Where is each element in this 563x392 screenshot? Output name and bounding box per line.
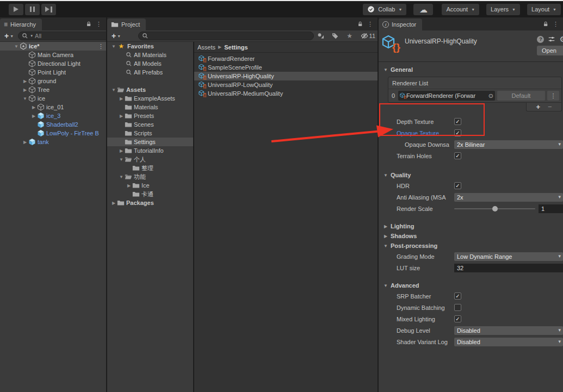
foldout-open-icon[interactable]: ▼: [118, 175, 125, 179]
scene-menu-icon[interactable]: ⋮: [98, 43, 104, 50]
panel-menu-icon[interactable]: ⋮: [551, 21, 560, 28]
presets-icon[interactable]: [548, 35, 555, 43]
hierarchy-item[interactable]: ▶tank: [0, 138, 106, 146]
tab-hierarchy[interactable]: ≡ Hierarchy: [0, 18, 42, 30]
section-shadows[interactable]: ▶ Shadows: [379, 231, 563, 241]
hierarchy-item[interactable]: ▶ice_01: [0, 103, 106, 111]
folder-row[interactable]: 整理: [107, 164, 193, 172]
layout-dropdown[interactable]: Layout ▼: [527, 4, 561, 15]
lock-icon[interactable]: [542, 21, 549, 27]
foldout-closed-icon[interactable]: ▶: [118, 148, 125, 153]
tab-project[interactable]: Project: [107, 18, 146, 30]
foldout-closed-icon[interactable]: ▶: [22, 79, 28, 84]
favorite-item[interactable]: All Prefabs: [107, 68, 193, 77]
search-by-type-icon[interactable]: [317, 32, 325, 40]
foldout-open-icon[interactable]: ▼: [110, 44, 117, 49]
add-renderer-button[interactable]: +: [536, 103, 540, 111]
folder-row[interactable]: ▼功能: [107, 172, 193, 181]
hierarchy-item[interactable]: ▶ground: [0, 77, 106, 85]
breadcrumb-current[interactable]: Settings: [224, 44, 248, 51]
panel-menu-icon[interactable]: ⋮: [94, 21, 103, 28]
favorites-root[interactable]: ▼★Favorites: [107, 42, 193, 51]
foldout-closed-icon[interactable]: ▶: [126, 183, 132, 188]
hierarchy-search-input[interactable]: [35, 33, 106, 39]
panel-divider[interactable]: [106, 17, 107, 392]
foldout-closed-icon[interactable]: ▶: [30, 105, 37, 110]
pause-button[interactable]: [25, 4, 40, 15]
section-quality[interactable]: ▼ Quality: [379, 170, 563, 180]
account-dropdown[interactable]: Account ▼: [442, 4, 479, 15]
folder-row[interactable]: Scripts: [107, 129, 193, 138]
hierarchy-item[interactable]: Shaderball2: [0, 120, 106, 129]
assets-root[interactable]: ▼Assets: [107, 85, 193, 94]
help-icon[interactable]: ?: [537, 36, 544, 43]
hdr-checkbox[interactable]: [454, 182, 461, 189]
slider-thumb[interactable]: [492, 206, 498, 211]
mixed-lighting-checkbox[interactable]: [454, 315, 461, 322]
foldout-closed-icon[interactable]: ▶: [22, 140, 28, 145]
hierarchy-item[interactable]: LowPoly - FirTree B: [0, 129, 106, 138]
section-advanced[interactable]: ▼ Advanced: [379, 281, 563, 290]
folder-row[interactable]: ▶ExampleAssets: [107, 94, 193, 103]
hierarchy-item[interactable]: Main Camera: [0, 51, 106, 59]
renderer-object-field[interactable]: ForwardRenderer (Forwar ⊙: [398, 91, 495, 101]
hierarchy-item[interactable]: ▶Tree: [0, 85, 106, 94]
section-lighting[interactable]: ▶ Lighting: [379, 221, 563, 231]
opaque-texture-checkbox[interactable]: [454, 129, 461, 136]
hierarchy-search-field[interactable]: ▼: [18, 32, 106, 40]
debug-level-dropdown[interactable]: Disabled: [454, 326, 563, 335]
layers-dropdown[interactable]: Layers ▼: [486, 4, 520, 15]
save-search-star-icon[interactable]: ★: [345, 32, 354, 40]
asset-file-row-selected[interactable]: UniversalRP-HighQuality: [194, 72, 378, 80]
dynamic-batching-checkbox[interactable]: [454, 304, 461, 311]
foldout-closed-icon[interactable]: ▶: [22, 88, 28, 92]
grading-mode-dropdown[interactable]: Low Dynamic Range: [454, 252, 563, 261]
folder-row[interactable]: ▶TutorialInfo: [107, 146, 193, 155]
create-asset-button[interactable]: +▼: [109, 32, 123, 40]
cloud-button[interactable]: ☁: [413, 4, 433, 15]
project-search-field[interactable]: [138, 32, 313, 40]
folder-row[interactable]: 卡通: [107, 190, 193, 198]
shader-variant-log-dropdown[interactable]: Disabled: [454, 338, 563, 346]
hierarchy-item[interactable]: ▼ice: [0, 94, 106, 103]
remove-renderer-button[interactable]: −: [548, 103, 552, 111]
renderer-list-item[interactable]: 0 ForwardRenderer (Forwar ⊙ Default ⋮: [388, 89, 561, 102]
panel-menu-icon[interactable]: ⋮: [366, 21, 375, 28]
asset-file-row[interactable]: UniversalRP-MediumQuality: [194, 89, 378, 98]
project-search-input[interactable]: [150, 33, 310, 39]
packages-root[interactable]: ▶Packages: [107, 198, 193, 207]
section-post-processing[interactable]: ▼ Post-processing: [379, 241, 563, 251]
panel-divider[interactable]: [378, 17, 379, 392]
renderer-item-menu-icon[interactable]: ⋮: [547, 91, 559, 101]
depth-texture-checkbox[interactable]: [454, 118, 461, 125]
lock-icon[interactable]: [85, 21, 92, 27]
folder-row-selected[interactable]: Settings: [107, 138, 193, 146]
foldout-closed-icon[interactable]: ▶: [110, 201, 117, 206]
foldout-closed-icon[interactable]: ▶: [118, 96, 125, 101]
lock-icon[interactable]: [357, 21, 363, 27]
favorite-item[interactable]: All Models: [107, 59, 193, 68]
section-general[interactable]: ▼ General: [379, 65, 563, 74]
scene-row[interactable]: ▼ ice* ⋮: [0, 42, 106, 51]
srp-batcher-checkbox[interactable]: [454, 293, 461, 300]
terrain-holes-checkbox[interactable]: [454, 152, 461, 159]
favorite-item[interactable]: All Materials: [107, 51, 193, 59]
hierarchy-item[interactable]: Directional Light: [0, 59, 106, 68]
asset-file-row[interactable]: UniversalRP-LowQuality: [194, 80, 378, 89]
create-object-button[interactable]: +▼: [2, 32, 16, 40]
render-scale-slider[interactable]: [454, 204, 535, 213]
foldout-open-icon[interactable]: ▼: [118, 157, 125, 162]
folder-row[interactable]: ▶Presets: [107, 111, 193, 120]
step-button[interactable]: [41, 4, 56, 15]
asset-file-row[interactable]: SampleSceneProfile: [194, 63, 378, 72]
gear-icon[interactable]: ⚙: [559, 35, 563, 43]
folder-row[interactable]: ▶Ice: [107, 181, 193, 190]
tab-inspector[interactable]: i Inspector: [379, 18, 422, 30]
hierarchy-item[interactable]: ▶ice_3: [0, 111, 106, 120]
foldout-closed-icon[interactable]: ▶: [30, 114, 37, 119]
opaque-downsampling-dropdown[interactable]: 2x Bilinear: [454, 140, 563, 149]
lut-size-input[interactable]: [454, 264, 563, 272]
hierarchy-item[interactable]: Point Light: [0, 68, 106, 77]
anti-aliasing-dropdown[interactable]: 2x: [454, 193, 563, 202]
foldout-closed-icon[interactable]: ▶: [118, 114, 125, 119]
